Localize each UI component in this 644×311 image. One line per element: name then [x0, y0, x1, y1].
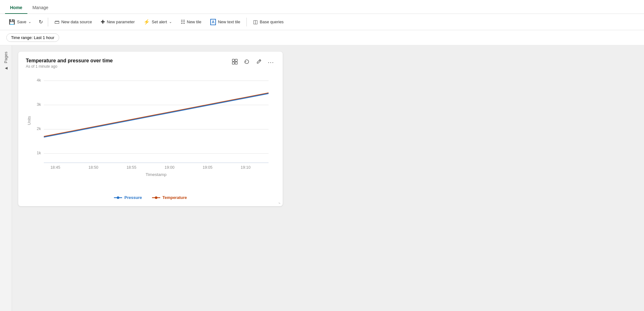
tile-header: Temperature and pressure over time As of…: [26, 58, 275, 69]
new-text-tile-button[interactable]: A New text tile: [206, 17, 244, 27]
main-content: ▶ Pages Temperature and pressure over ti…: [0, 45, 644, 311]
ellipsis-icon: ⋯: [268, 59, 274, 66]
new-tile-button[interactable]: ☷ New tile: [177, 17, 205, 27]
tile-more-button[interactable]: ⋯: [267, 59, 275, 67]
svg-point-26: [155, 196, 157, 199]
text-tile-icon: A: [210, 19, 216, 25]
tile-title: Temperature and pressure over time: [26, 58, 113, 64]
svg-text:18:50: 18:50: [88, 165, 98, 170]
divider-1: [48, 18, 48, 26]
tile-icon: ☷: [181, 19, 185, 25]
svg-text:4k: 4k: [37, 78, 41, 82]
save-icon: 💾: [9, 19, 15, 25]
svg-text:18:45: 18:45: [50, 165, 60, 170]
chart-container: 4k 3k 2k 1k Units 18:45: [26, 72, 275, 191]
legend-item-pressure: Pressure: [114, 195, 142, 200]
line-chart: 4k 3k 2k 1k Units 18:45: [26, 72, 275, 191]
svg-text:19:05: 19:05: [203, 165, 212, 170]
tab-home[interactable]: Home: [5, 2, 27, 14]
svg-text:Timestamp: Timestamp: [146, 172, 167, 177]
refresh-icon: ↻: [39, 19, 43, 25]
legend-item-temperature: Temperature: [152, 195, 187, 200]
tile-refresh-icon: [244, 59, 250, 65]
time-range-pill[interactable]: Time range: Last 1 hour: [6, 33, 59, 42]
svg-line-22: [44, 93, 268, 137]
resize-handle[interactable]: ⌞: [279, 199, 281, 204]
pencil-icon: [256, 59, 262, 65]
time-range-bar: Time range: Last 1 hour: [0, 30, 644, 45]
tile-refresh-button[interactable]: [243, 58, 251, 67]
svg-rect-2: [232, 62, 234, 64]
pages-sidebar[interactable]: ▶ Pages: [0, 45, 12, 311]
database-icon: 🗃: [54, 19, 59, 25]
svg-text:Units: Units: [27, 116, 31, 125]
dashboard-area: Temperature and pressure over time As of…: [12, 45, 644, 311]
svg-text:18:55: 18:55: [127, 165, 136, 170]
tile-subtitle: As of 1 minute ago: [26, 64, 113, 69]
pages-sidebar-label: ▶ Pages: [3, 52, 8, 71]
svg-text:19:00: 19:00: [165, 165, 174, 170]
alert-dropdown-icon: ⌄: [169, 20, 172, 24]
tile-grid-button[interactable]: [231, 58, 239, 67]
svg-text:19:10: 19:10: [241, 165, 251, 170]
tab-manage[interactable]: Manage: [27, 2, 54, 14]
svg-text:2k: 2k: [37, 127, 41, 131]
grid-icon: [232, 59, 238, 65]
nav-tabs: Home Manage: [0, 0, 644, 14]
temperature-legend-label: Temperature: [162, 195, 187, 200]
tile-title-group: Temperature and pressure over time As of…: [26, 58, 113, 69]
svg-rect-1: [235, 59, 237, 61]
save-dropdown-icon: ⌄: [28, 20, 31, 24]
svg-rect-3: [235, 62, 237, 64]
new-parameter-button[interactable]: ✚ New parameter: [97, 17, 138, 27]
new-data-source-button[interactable]: 🗃 New data source: [51, 17, 96, 27]
base-queries-icon: ◫: [253, 19, 258, 25]
pressure-legend-line: [114, 196, 122, 200]
save-button[interactable]: 💾 Save ⌄: [5, 17, 35, 27]
svg-text:1k: 1k: [37, 151, 41, 155]
chart-legend: Pressure Temperature: [26, 195, 275, 200]
svg-rect-0: [232, 59, 234, 61]
svg-point-24: [117, 196, 119, 199]
tile-edit-button[interactable]: [255, 58, 263, 67]
divider-2: [246, 18, 247, 26]
time-range-label: Time range: Last 1 hour: [11, 35, 54, 40]
refresh-button[interactable]: ↻: [36, 17, 45, 27]
base-queries-button[interactable]: ◫ Base queries: [249, 17, 287, 27]
set-alert-button[interactable]: ⚡ Set alert ⌄: [140, 17, 175, 27]
svg-text:3k: 3k: [37, 102, 41, 107]
expand-pages-icon: ▶: [4, 66, 8, 71]
pressure-legend-label: Pressure: [124, 195, 142, 200]
temperature-legend-line: [152, 196, 160, 200]
svg-line-21: [44, 93, 268, 137]
alert-icon: ⚡: [144, 19, 150, 25]
tile-card: Temperature and pressure over time As of…: [18, 52, 283, 206]
tile-actions: ⋯: [231, 58, 275, 67]
toolbar: 💾 Save ⌄ ↻ 🗃 New data source ✚ New param…: [0, 14, 644, 30]
parameter-icon: ✚: [101, 19, 105, 25]
